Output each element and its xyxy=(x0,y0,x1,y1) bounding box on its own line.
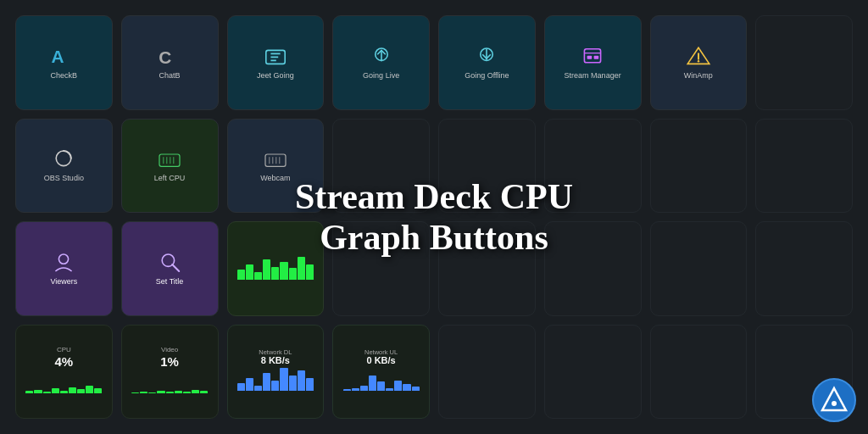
cpu-stat-label: CPU xyxy=(57,346,71,353)
cpu-sparkline xyxy=(25,368,102,393)
button-empty-r3c4 xyxy=(332,221,430,316)
button-empty-r2c4 xyxy=(332,119,430,214)
btn-label-winamp: WinAmp xyxy=(684,71,713,81)
network-ul-value: 0 KB/s xyxy=(367,356,396,365)
button-set-title[interactable]: Set Title xyxy=(121,221,219,316)
btn-label-left: Left CPU xyxy=(154,174,186,183)
btn-label-going-live2: Going Live xyxy=(363,71,399,81)
network-dl-sparkline xyxy=(237,365,314,391)
btn-label-checkb: CheckB xyxy=(51,71,78,81)
button-grid: A CheckB C ChatB Jeet Going Going Live xyxy=(0,0,868,434)
button-video-graph[interactable]: Video 1% xyxy=(121,325,219,420)
button-webcam[interactable]: Webcam xyxy=(227,119,325,214)
svg-rect-18 xyxy=(159,154,180,166)
logo-icon xyxy=(819,385,849,415)
button-cpu-graph[interactable]: CPU 4% xyxy=(15,325,113,420)
svg-rect-10 xyxy=(585,49,601,63)
svg-text:C: C xyxy=(159,47,171,66)
button-empty-r4c6 xyxy=(544,325,642,420)
button-empty-r2c5 xyxy=(438,119,536,214)
button-viewers[interactable]: Viewers xyxy=(15,221,113,316)
btn-label-chatb: ChatB xyxy=(159,71,181,81)
button-obs-studio[interactable]: OBS Studio xyxy=(15,119,113,214)
btn-label-stream-manager: Stream Manager xyxy=(565,71,621,81)
button-checkb[interactable]: A CheckB xyxy=(15,15,113,110)
cpu-stat-value: 4% xyxy=(55,355,74,368)
video-stat-label: Video xyxy=(161,346,178,353)
button-going-offline[interactable]: Going Offline xyxy=(438,15,536,110)
button-empty-r2c6 xyxy=(544,119,642,214)
button-graph-r3c3[interactable] xyxy=(227,221,325,316)
button-stream-manager[interactable]: Stream Manager xyxy=(544,15,642,110)
svg-rect-13 xyxy=(594,56,599,59)
button-empty-r3c8 xyxy=(755,221,853,316)
button-going-live2[interactable]: Going Live xyxy=(332,15,430,110)
network-ul-sparkline xyxy=(343,365,420,391)
button-empty-r2c7 xyxy=(650,119,748,214)
svg-marker-31 xyxy=(822,388,846,410)
svg-rect-12 xyxy=(587,56,593,59)
svg-rect-23 xyxy=(265,154,286,166)
button-left[interactable]: Left CPU xyxy=(121,119,219,214)
svg-point-28 xyxy=(59,254,69,264)
network-dl-value: 8 KB/s xyxy=(261,356,290,365)
button-empty-r3c5 xyxy=(438,221,536,316)
video-sparkline xyxy=(131,368,208,393)
button-empty-r2c8 xyxy=(755,119,853,214)
button-network-dl[interactable]: Network DL 8 KB/s xyxy=(227,325,325,420)
button-empty-r3c6 xyxy=(544,221,642,316)
video-stat-value: 1% xyxy=(160,355,179,368)
button-empty-r4c5 xyxy=(438,325,536,420)
svg-line-30 xyxy=(172,264,179,271)
svg-point-32 xyxy=(832,401,837,406)
logo-badge xyxy=(812,378,856,422)
btn-label-viewers: Viewers xyxy=(50,277,77,287)
sparkline-r3c3 xyxy=(237,254,314,280)
button-going-live1[interactable]: Jeet Going xyxy=(227,15,325,110)
button-chatb[interactable]: C ChatB xyxy=(121,15,219,110)
btn-label-webcam: Webcam xyxy=(260,174,290,183)
button-winamp[interactable]: WinAmp xyxy=(650,15,748,110)
svg-point-16 xyxy=(698,60,699,62)
btn-label-set-title: Set Title xyxy=(156,277,184,287)
svg-text:A: A xyxy=(52,47,64,66)
button-empty-r4c7 xyxy=(650,325,748,420)
button-empty-r3c7 xyxy=(650,221,748,316)
btn-label-going-live1: Jeet Going xyxy=(257,71,294,81)
btn-label-obs: OBS Studio xyxy=(44,174,84,183)
button-network-ul[interactable]: Network UL 0 KB/s xyxy=(332,325,430,420)
button-empty-r1c8 xyxy=(755,15,853,110)
btn-label-going-offline: Going Offline xyxy=(465,71,509,81)
